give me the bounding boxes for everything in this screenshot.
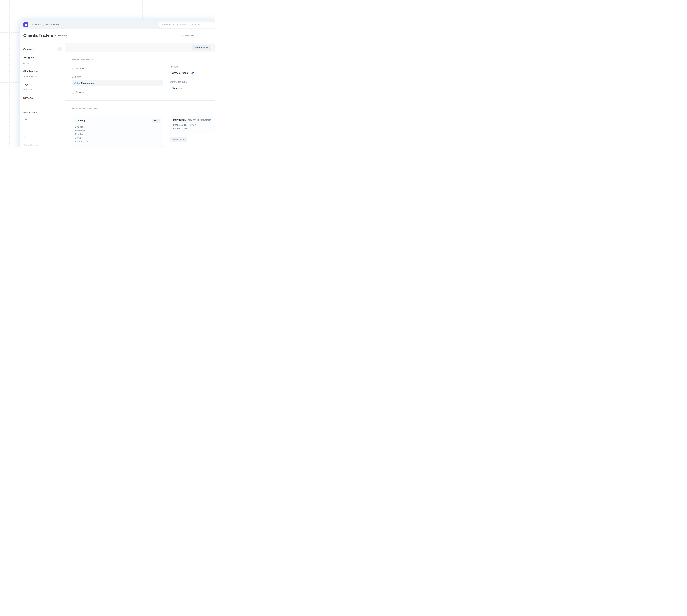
toolbar: Stock Balance C — [65, 43, 215, 52]
contact-phones: Phone: 12345 (Primary) Phone: 12345 — [173, 123, 215, 131]
assign-button[interactable]: Assign + — [23, 62, 62, 65]
company-field[interactable]: Unico Plastics Inc. — [72, 80, 163, 86]
edited-footer: You edited this 3 months ago — [23, 143, 62, 147]
account-label: Account — [170, 65, 215, 68]
billing-address-title: 1. Billing — [75, 119, 85, 122]
is-group-checkbox[interactable] — [72, 68, 74, 70]
shared-with-label: Shared With — [23, 111, 62, 114]
address-contact-section: ADDRESS AND CONTACT 1. Billing Edit 101 … — [65, 101, 215, 147]
plus-icon: + — [35, 75, 37, 78]
company-label: Company — [72, 75, 163, 78]
attachments-label: Attachments — [23, 70, 62, 72]
title-bar: Chawla Traders Enabled Chawla Tra — [20, 29, 215, 43]
app-logo-letter: E — [25, 23, 27, 26]
account-field[interactable]: Chawla Traders - UP — [170, 70, 215, 76]
edited-by: You — [23, 144, 27, 146]
status-dot-icon — [55, 35, 56, 36]
contact-phone-secondary: Phone: 12345 — [173, 127, 215, 131]
main-panel: Stock Balance C WAREHOUSE DETAIL Is Grou… — [65, 43, 215, 147]
reviews-label: Reviews — [23, 97, 62, 100]
contact-name: Mervin Dsa — [173, 118, 186, 121]
billing-address-card: 1. Billing Edit 101 street Blue lane Mum… — [72, 116, 163, 147]
plus-icon: + — [31, 62, 33, 65]
edited-action: edited this — [28, 144, 39, 146]
stock-balance-button[interactable]: Stock Balance — [192, 45, 211, 50]
add-tag-input[interactable]: Add a tag ... — [23, 88, 62, 91]
like-heart-icon[interactable]: ♥ — [23, 135, 62, 137]
comments-label: Comments — [23, 48, 36, 51]
disabled-row: Disabled — [72, 91, 163, 94]
disabled-checkbox[interactable] — [72, 91, 74, 93]
address-line: Mumbai — [75, 132, 160, 136]
warehouse-detail-title: WAREHOUSE DETAIL — [72, 59, 215, 61]
assigned-to-label: Assigned To — [23, 56, 62, 59]
plus-icon: + — [25, 103, 27, 106]
create-button-partial[interactable]: C — [214, 45, 215, 50]
add-review-button[interactable]: + — [23, 102, 28, 106]
contact-card: Mervin Dsa – Warehouse Manager Phone: 12… — [170, 116, 215, 134]
address-contact-title: ADDRESS AND CONTACT — [72, 107, 215, 109]
chevron-right-icon — [31, 24, 33, 26]
status-badge: Enabled — [58, 34, 67, 37]
warehouse-type-label: Warehouse Type — [170, 81, 215, 83]
breadcrumb-warehouse[interactable]: Warehouse — [46, 23, 59, 26]
attach-file-label: Attach File — [23, 75, 34, 78]
breadcrumb-stock[interactable]: Stock — [35, 23, 41, 26]
contact-role: – Warehouse Manager — [186, 118, 211, 121]
new-contact-button[interactable]: New Contact — [170, 137, 187, 142]
app-header: E Stock Warehouse — [20, 20, 215, 29]
app-logo[interactable]: E — [23, 22, 28, 27]
contact-phone-primary-tag: (Primary) — [188, 124, 197, 126]
address-lines: 101 street Blue lane Mumbai , India Phon… — [75, 125, 160, 143]
tags-label: Tags — [23, 83, 62, 86]
chevron-right-icon — [43, 24, 44, 26]
assign-label: Assign — [23, 62, 30, 64]
is-group-label: Is Group — [76, 67, 85, 70]
page-canvas: { "colors": { "brand_purple": "#5946e3",… — [0, 0, 215, 147]
address-line: Blue lane — [75, 129, 160, 132]
plus-icon: + — [25, 118, 27, 121]
attach-file-button[interactable]: Attach File + — [23, 75, 62, 78]
disabled-label: Disabled — [76, 91, 85, 94]
contact-phone-primary: Phone: 12345 — [173, 124, 187, 126]
form-content: WAREHOUSE DETAIL Is Group Company Unico … — [65, 52, 215, 147]
address-line: Phone: 43124 — [75, 139, 160, 143]
app-window: E Stock Warehouse Chawla Traders Enabled… — [20, 20, 215, 147]
comments-count-badge: 0 — [58, 47, 62, 51]
add-share-button[interactable]: + — [23, 117, 28, 122]
warehouse-detail-section: WAREHOUSE DETAIL Is Group Company Unico … — [65, 52, 215, 94]
page-title: Chawla Traders — [23, 33, 53, 38]
is-group-row: Is Group — [72, 67, 163, 70]
search-input[interactable] — [159, 22, 215, 28]
warehouse-type-field[interactable]: Suppliers — [170, 85, 215, 91]
address-line: 101 street — [75, 125, 160, 129]
sidebar-comments-row[interactable]: Comments 0 — [23, 47, 62, 51]
context-title: Chawla Tra — [182, 35, 194, 37]
address-line: , India — [75, 136, 160, 140]
sidebar: Comments 0 Assigned To Assign + Attachme… — [20, 43, 65, 147]
edit-address-button[interactable]: Edit — [152, 118, 160, 123]
